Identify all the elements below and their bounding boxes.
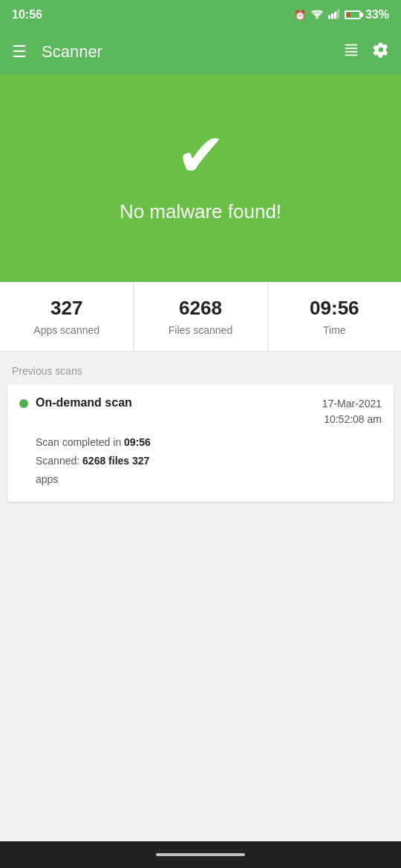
scanned-value: 6268 files 327 (82, 455, 149, 467)
app-bar: ☰ Scanner (0, 30, 401, 74)
stat-time: 09:56 Time (268, 282, 401, 351)
scan-completed-time: 09:56 (124, 436, 151, 448)
apps-scanned-number: 327 (50, 297, 82, 320)
svg-rect-1 (328, 15, 330, 19)
checkmark-icon: ✔ (176, 126, 226, 185)
home-indicator[interactable] (156, 853, 245, 856)
status-bar: 10:56 ⏰ 33% (0, 0, 401, 30)
svg-point-0 (316, 16, 318, 19)
stat-files-scanned: 6268 Files scanned (134, 282, 267, 351)
stats-row: 327 Apps scanned 6268 Files scanned 09:5… (0, 282, 401, 352)
previous-scans-label: Previous scans (0, 352, 401, 384)
app-title: Scanner (42, 42, 102, 62)
scan-date-block: 17-Mar-2021 10:52:08 am (322, 396, 382, 427)
hero-section: ✔ No malware found! (0, 74, 401, 282)
scan-time-number: 09:56 (310, 297, 359, 320)
bottom-nav-bar (0, 841, 401, 868)
scan-date: 17-Mar-2021 (322, 396, 382, 412)
alarm-icon: ⏰ (294, 10, 306, 21)
list-icon[interactable] (343, 42, 359, 62)
status-time: 10:56 (12, 8, 42, 22)
svg-rect-2 (331, 13, 333, 19)
app-bar-actions (343, 42, 389, 62)
scan-time: 10:52:08 am (322, 412, 382, 427)
scan-time-label: Time (323, 324, 346, 336)
svg-rect-7 (345, 51, 358, 53)
scanned-prefix: Scanned: (36, 455, 82, 467)
scan-detail-line3: apps (36, 470, 382, 489)
wifi-icon (310, 9, 324, 22)
apps-scanned-label: Apps scanned (33, 324, 100, 336)
battery-percent: 33% (365, 8, 389, 22)
hamburger-menu-button[interactable]: ☰ (12, 44, 27, 60)
scan-detail-line1: Scan completed in 09:56 (36, 433, 382, 452)
status-dot (19, 399, 28, 408)
scan-card-header: On-demand scan 17-Mar-2021 10:52:08 am (19, 396, 382, 427)
svg-rect-4 (337, 9, 339, 19)
signal-icon (328, 9, 340, 22)
battery-container (345, 10, 361, 19)
scan-completed-prefix: Scan completed in (36, 436, 124, 448)
scan-detail-line2: Scanned: 6268 files 327 (36, 452, 382, 470)
settings-icon[interactable] (373, 42, 389, 62)
svg-rect-8 (345, 54, 358, 56)
scan-card: On-demand scan 17-Mar-2021 10:52:08 am S… (7, 384, 394, 502)
scan-details: Scan completed in 09:56 Scanned: 6268 fi… (19, 433, 382, 490)
stat-apps-scanned: 327 Apps scanned (0, 282, 134, 351)
scan-title: On-demand scan (36, 396, 132, 410)
hero-message: No malware found! (120, 200, 281, 223)
svg-rect-5 (345, 45, 358, 46)
files-scanned-label: Files scanned (169, 324, 232, 336)
files-scanned-number: 6268 (179, 297, 222, 320)
status-icons: ⏰ 33% (294, 8, 389, 22)
svg-rect-3 (334, 11, 336, 19)
scan-card-left: On-demand scan (19, 396, 132, 410)
svg-rect-6 (345, 47, 358, 49)
